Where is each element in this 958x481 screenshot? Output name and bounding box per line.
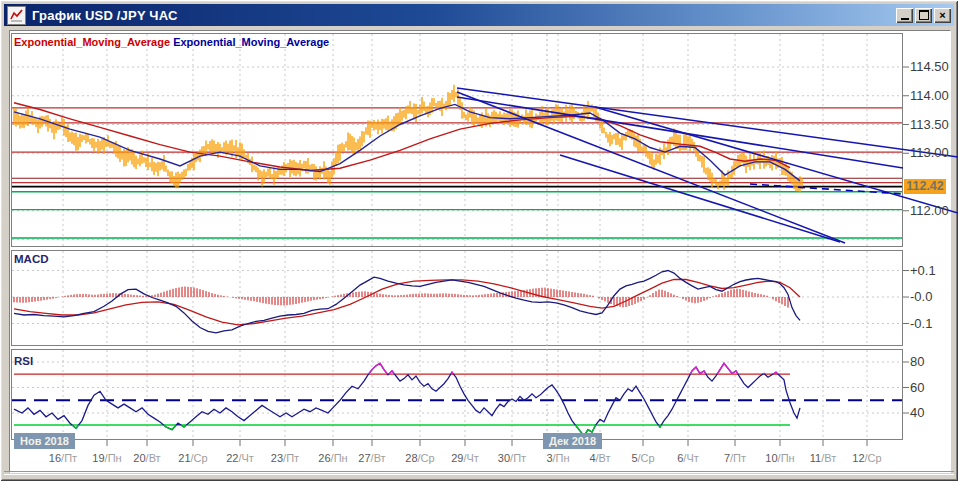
time-axis-label: 19/Пн [92,452,121,464]
window-bottom-band [4,471,954,475]
rsi-axis-label: 40 [910,405,924,420]
rsi-axis-label: 80 [910,354,924,369]
month-badge-nov: Нов 2018 [14,433,75,449]
price-axis-label: 113.00 [910,145,949,160]
close-button[interactable]: × [934,8,951,23]
indicator-legend: Exponential_Moving_Average Exponential_M… [14,36,329,48]
title-bar[interactable]: График USD /JPY ЧАС × [4,4,954,26]
time-axis-label: 3/Пн [546,452,569,464]
window-title: График USD /JPY ЧАС [32,8,178,23]
time-axis-label: 28/Ср [405,452,434,464]
time-axis-label: 26/Пн [318,452,347,464]
time-axis-label: 23/Пт [271,452,299,464]
price-axis-label: 114.50 [910,59,949,74]
chart-area[interactable] [9,30,951,473]
time-axis-label: 30/Пт [498,452,526,464]
time-axis-label: 22/Чт [226,452,254,464]
minimize-icon [901,18,909,20]
time-axis-label: 20/Вт [133,452,160,464]
macd-panel-label: MACD [14,253,49,265]
price-axis-label: 112.00 [910,203,949,218]
time-axis-label: 29/Чт [451,452,479,464]
time-axis-label: 11/Вт [810,452,837,464]
minimize-button[interactable] [896,8,913,23]
time-axis-label: 5/Ср [631,452,654,464]
time-axis-label: 16/Пт [49,452,77,464]
rsi-axis-label: 60 [910,380,924,395]
rsi-panel-label: RSI [14,355,33,367]
time-axis-label: 21/Ср [178,452,207,464]
time-axis-label: 10/Пн [765,452,794,464]
time-axis-label: 12/Ср [852,452,881,464]
maximize-icon [919,10,929,20]
macd-axis-label: -0.1 [910,316,932,331]
macd-axis-label: -0.0 [910,289,932,304]
chart-icon [7,6,26,25]
current-price-tag: 112.42 [904,179,946,194]
close-icon: × [939,10,945,21]
price-axis-label: 113.50 [910,117,949,132]
price-axis-label: 114.00 [910,88,949,103]
time-axis-label: 27/Вт [358,452,385,464]
maximize-button[interactable] [915,8,932,23]
chart-window: График USD /JPY ЧАС × Exponential_Moving… [0,0,958,481]
time-axis-label: 4/Вт [589,452,610,464]
month-badge-dec: Дек 2018 [543,433,602,449]
time-axis-label: 6/Чт [677,452,699,464]
macd-axis-label: +0.1 [910,263,936,278]
legend-ema-1: Exponential_Moving_Average [14,36,170,48]
legend-ema-2: Exponential_Moving_Average [173,36,329,48]
time-axis-label: 7/Пт [724,452,746,464]
